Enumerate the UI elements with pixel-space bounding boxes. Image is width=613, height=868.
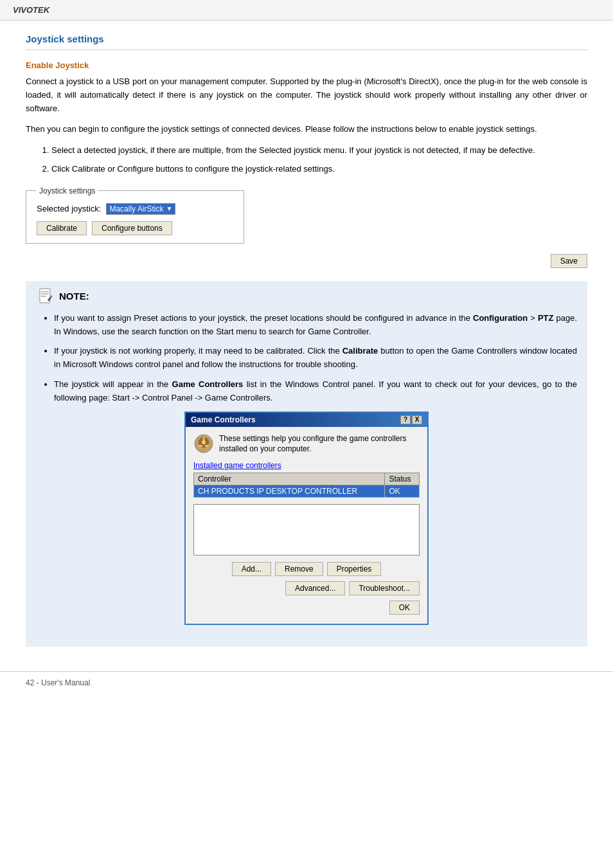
page-title: Joystick settings bbox=[26, 33, 587, 50]
note-box: NOTE: If you want to assign Preset actio… bbox=[26, 281, 587, 647]
properties-button[interactable]: Properties bbox=[327, 562, 382, 576]
joystick-settings-box: Joystick settings Selected joystick: Mac… bbox=[26, 186, 244, 244]
dialog-btn-row3: OK bbox=[193, 601, 420, 615]
note-items: If you want to assign Preset actions to … bbox=[54, 312, 577, 405]
note-bold-ptz: PTZ bbox=[538, 313, 554, 323]
joystick-buttons-row: Calibrate Configure buttons bbox=[37, 221, 233, 235]
list-item-1: Select a detected joystick, if there are… bbox=[51, 144, 587, 158]
game-controllers-dialog: Game Controllers ? X bbox=[184, 411, 429, 626]
dialog-title: Game Controllers bbox=[191, 415, 256, 424]
note-header: NOTE: bbox=[36, 287, 577, 305]
dialog-titlebar: Game Controllers ? X bbox=[186, 413, 427, 427]
dialog-close-button[interactable]: X bbox=[412, 415, 422, 424]
selected-joystick-row: Selected joystick: Macally AirStick ▼ bbox=[37, 203, 233, 215]
note-item-3: The joystick will appear in the Game Con… bbox=[54, 378, 577, 405]
selected-joystick-label: Selected joystick: bbox=[37, 204, 101, 213]
page-wrapper: VIVOTEK Joystick settings Enable Joystic… bbox=[0, 0, 613, 694]
dropdown-arrow-icon: ▼ bbox=[166, 205, 172, 212]
svg-rect-10 bbox=[199, 445, 202, 447]
ok-button[interactable]: OK bbox=[389, 601, 420, 615]
section-title: Enable Joystick bbox=[26, 60, 587, 70]
save-button[interactable]: Save bbox=[551, 254, 587, 268]
advanced-button[interactable]: Advanced... bbox=[285, 581, 345, 595]
dialog-help-button[interactable]: ? bbox=[400, 415, 411, 424]
dialog-body: These settings help you configure the ga… bbox=[186, 427, 427, 624]
dialog-description: These settings help you configure the ga… bbox=[219, 433, 420, 455]
add-button[interactable]: Add... bbox=[232, 562, 271, 576]
main-content: Joystick settings Enable Joystick Connec… bbox=[0, 21, 613, 671]
header: VIVOTEK bbox=[0, 0, 613, 21]
table-header-controller: Controller bbox=[194, 473, 385, 485]
joystick-dialog-icon bbox=[193, 433, 214, 454]
table-header-status: Status bbox=[385, 473, 420, 485]
note-bold-calibrate: Calibrate bbox=[342, 346, 378, 356]
note-icon bbox=[36, 287, 54, 305]
table-cell-status: OK bbox=[385, 485, 420, 498]
svg-point-9 bbox=[202, 440, 206, 444]
dialog-desc-row: These settings help you configure the ga… bbox=[193, 433, 420, 455]
dialog-btn-row1: Add... Remove Properties bbox=[193, 562, 420, 576]
paragraph1: Connect a joystick to a USB port on your… bbox=[26, 75, 587, 115]
note-bold-config: Configuration bbox=[473, 313, 528, 323]
dialog-list-area bbox=[193, 504, 420, 556]
joystick-box-legend: Joystick settings bbox=[37, 186, 98, 195]
footer: 42 - User's Manual bbox=[0, 671, 613, 694]
troubleshoot-button[interactable]: Troubleshoot... bbox=[349, 581, 420, 595]
note-item-2: If your joystick is not working properly… bbox=[54, 345, 577, 372]
note-item-1: If you want to assign Preset actions to … bbox=[54, 312, 577, 339]
svg-rect-1 bbox=[41, 291, 49, 293]
remove-button[interactable]: Remove bbox=[275, 562, 323, 576]
configure-buttons-button[interactable]: Configure buttons bbox=[92, 221, 172, 235]
save-row: Save bbox=[26, 254, 587, 268]
joystick-select-value: Macally AirStick bbox=[109, 204, 163, 213]
joystick-select-dropdown[interactable]: Macally AirStick ▼ bbox=[106, 203, 175, 215]
installed-label: Installed game controllers bbox=[193, 461, 420, 470]
note-title: NOTE: bbox=[59, 291, 89, 302]
footer-text: 42 - User's Manual bbox=[26, 678, 90, 687]
paragraph2: Then you can begin to configure the joys… bbox=[26, 123, 587, 136]
instructions-list: Select a detected joystick, if there are… bbox=[39, 144, 587, 176]
svg-rect-3 bbox=[41, 296, 46, 297]
calibrate-button[interactable]: Calibrate bbox=[37, 221, 87, 235]
list-item-2: Click Calibrate or Configure buttons to … bbox=[51, 163, 587, 176]
brand-label: VIVOTEK bbox=[13, 5, 49, 15]
controller-table: Controller Status CH PRODUCTS IP DESKTOP… bbox=[193, 473, 420, 498]
dialog-btn-row2: Advanced... Troubleshoot... bbox=[193, 581, 420, 595]
dialog-titlebar-buttons: ? X bbox=[400, 415, 422, 424]
svg-rect-2 bbox=[41, 293, 49, 294]
note-bold-gamecontrollers: Game Controllers bbox=[172, 379, 244, 389]
svg-rect-11 bbox=[205, 445, 209, 447]
table-row[interactable]: CH PRODUCTS IP DESKTOP CONTROLLER OK bbox=[194, 485, 420, 498]
table-cell-controller: CH PRODUCTS IP DESKTOP CONTROLLER bbox=[194, 485, 385, 498]
